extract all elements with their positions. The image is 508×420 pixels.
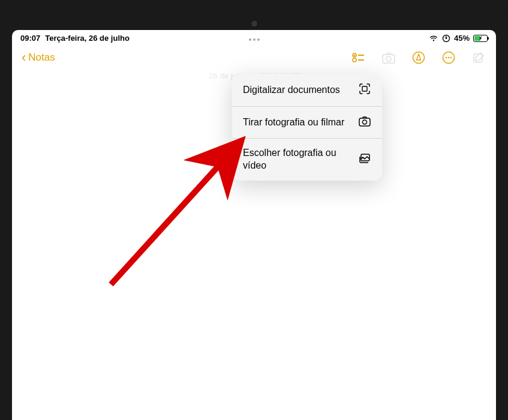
battery-icon: ⚡︎ (473, 35, 488, 42)
more-icon[interactable] (441, 50, 456, 65)
rotation-lock-icon (442, 34, 450, 43)
screen: 09:07 Terça-feira, 26 de julho 45% ⚡︎ (12, 30, 496, 420)
svg-point-7 (386, 56, 391, 61)
svg-point-11 (448, 57, 450, 59)
svg-point-16 (363, 120, 367, 124)
svg-rect-6 (383, 55, 395, 63)
camera-outline-icon (358, 115, 371, 130)
device-camera (251, 21, 257, 26)
camera-menu-popover: Digitalizar documentos Tirar fotografia … (232, 74, 382, 181)
svg-rect-15 (359, 118, 370, 126)
note-body[interactable]: 26 de julho de 2022 09:07 Digitalizar do… (12, 71, 496, 420)
compose-icon[interactable] (471, 50, 486, 65)
menu-item-choose-photo[interactable]: Escolher fotografia ou vídeo (232, 138, 382, 181)
chevron-left-icon: ‹ (22, 51, 26, 64)
checklist-icon[interactable] (351, 50, 366, 65)
menu-item-label: Tirar fotografia ou filmar (243, 116, 351, 129)
markup-icon[interactable] (411, 50, 426, 65)
svg-rect-14 (362, 86, 367, 91)
back-label: Notas (28, 52, 55, 64)
toolbar (351, 50, 486, 65)
back-button[interactable]: ‹ Notas (22, 51, 55, 64)
camera-icon[interactable] (381, 50, 396, 65)
wifi-icon (429, 35, 438, 42)
gallery-icon (358, 152, 371, 167)
charging-bolt-icon: ⚡︎ (479, 35, 482, 41)
menu-item-label: Digitalizar documentos (243, 84, 351, 97)
status-time: 09:07 (20, 34, 40, 43)
scan-document-icon (358, 82, 371, 98)
svg-point-12 (450, 57, 452, 59)
battery-percent: 45% (454, 34, 470, 43)
svg-line-18 (111, 140, 242, 284)
svg-point-4 (353, 58, 356, 62)
multitask-indicator-icon[interactable] (249, 38, 260, 41)
svg-rect-1 (446, 37, 447, 39)
menu-item-take-photo[interactable]: Tirar fotografia ou filmar (232, 106, 382, 138)
nav-bar: ‹ Notas (12, 45, 496, 71)
status-date: Terça-feira, 26 de julho (45, 34, 130, 43)
status-bar: 09:07 Terça-feira, 26 de julho 45% ⚡︎ (12, 30, 496, 45)
menu-item-scan-documents[interactable]: Digitalizar documentos (232, 74, 382, 106)
svg-point-10 (446, 57, 447, 59)
device-frame: 09:07 Terça-feira, 26 de julho 45% ⚡︎ (0, 0, 508, 420)
menu-item-label: Escolher fotografia ou vídeo (243, 147, 351, 172)
